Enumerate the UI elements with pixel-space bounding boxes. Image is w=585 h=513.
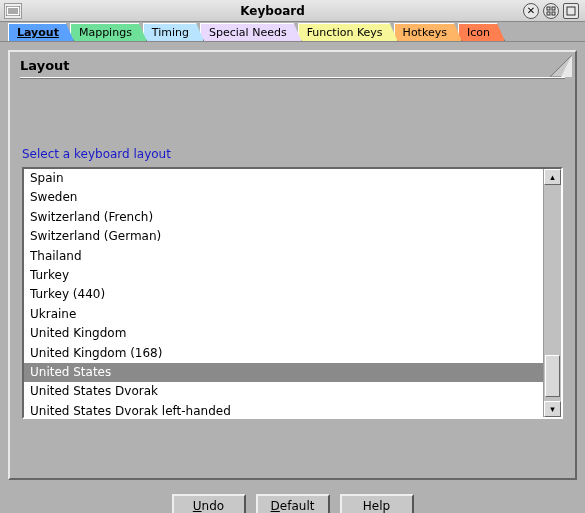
list-item[interactable]: Turkey — [24, 266, 543, 285]
window-title: Keyboard — [22, 4, 523, 18]
svg-rect-8 — [567, 7, 575, 15]
default-button[interactable]: Default — [256, 494, 330, 513]
list-item[interactable]: United Kingdom (168) — [24, 344, 543, 363]
tab-layout[interactable]: Layout — [8, 23, 74, 41]
layout-listbox[interactable]: SpainSwedenSwitzerland (French)Switzerla… — [22, 167, 563, 419]
list-item[interactable]: Spain — [24, 169, 543, 188]
undo-button[interactable]: Undo — [172, 494, 246, 513]
tab-icon[interactable]: Icon — [458, 23, 505, 41]
tab-timing[interactable]: Timing — [143, 23, 204, 41]
tab-hotkeys[interactable]: Hotkeys — [394, 23, 462, 41]
svg-rect-5 — [552, 7, 555, 10]
list-item[interactable]: United States — [24, 363, 543, 382]
tab-mappings[interactable]: Mappings — [70, 23, 147, 41]
list-item[interactable]: Turkey (440) — [24, 285, 543, 304]
tearoff-icon[interactable] — [550, 55, 572, 77]
titlebar: Keyboard ✕ — [0, 0, 585, 22]
tab-special-needs[interactable]: Special Needs — [200, 23, 302, 41]
list-item[interactable]: Sweden — [24, 188, 543, 207]
list-item[interactable]: Switzerland (German) — [24, 227, 543, 246]
list-item[interactable]: United Kingdom — [24, 324, 543, 343]
svg-rect-6 — [547, 12, 550, 15]
window-buttons: ✕ — [523, 3, 579, 19]
scrollbar[interactable]: ▴ ▾ — [543, 169, 561, 417]
svg-rect-4 — [547, 7, 550, 10]
close-icon[interactable]: ✕ — [523, 3, 539, 19]
section-label: Select a keyboard layout — [22, 147, 575, 161]
svg-rect-7 — [552, 12, 555, 15]
scroll-track[interactable] — [544, 185, 561, 401]
scroll-thumb[interactable] — [545, 355, 560, 397]
scroll-up-icon[interactable]: ▴ — [544, 169, 561, 185]
layout-panel: Layout Select a keyboard layout SpainSwe… — [8, 50, 577, 480]
keyboard-icon — [4, 3, 22, 19]
list-item[interactable]: Switzerland (French) — [24, 208, 543, 227]
list-item[interactable]: Ukraine — [24, 305, 543, 324]
panel-title: Layout — [20, 58, 70, 73]
list-item[interactable]: United States Dvorak — [24, 382, 543, 401]
tab-function-keys[interactable]: Function Keys — [298, 23, 398, 41]
list-item[interactable]: Thailand — [24, 247, 543, 266]
maximize-icon[interactable] — [563, 3, 579, 19]
tab-strip: LayoutMappingsTimingSpecial NeedsFunctio… — [0, 22, 585, 42]
button-row: Undo Default Help — [0, 488, 585, 513]
help-button[interactable]: Help — [340, 494, 414, 513]
zoom-icon[interactable] — [543, 3, 559, 19]
list-item[interactable]: United States Dvorak left-handed — [24, 402, 543, 417]
scroll-down-icon[interactable]: ▾ — [544, 401, 561, 417]
